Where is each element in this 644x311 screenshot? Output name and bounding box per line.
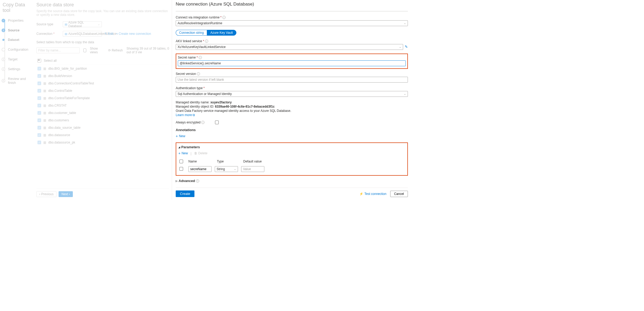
chevron-down-icon: ⌄ (404, 93, 406, 95)
param-default-input[interactable] (241, 166, 264, 172)
param-name-input[interactable] (188, 166, 212, 172)
status-text: Showing 39 out of 39 tables, 0 out of 3 … (126, 47, 169, 54)
row-checkbox[interactable]: ✓ (37, 89, 41, 93)
add-parameter-button[interactable]: + New (178, 151, 188, 155)
param-row-checkbox[interactable] (179, 167, 183, 171)
parameters-header[interactable]: ◢ Parameters (178, 145, 405, 149)
check-icon: ✓ (2, 19, 5, 22)
info-icon[interactable]: i (199, 56, 202, 59)
blade-title: New connection (Azure SQL Database) (176, 2, 408, 7)
filter-input[interactable] (36, 47, 80, 53)
info-icon[interactable]: i (205, 40, 208, 43)
row-checkbox[interactable]: ✓ (37, 111, 41, 115)
table-row[interactable]: ✓▦dbo.data_source_table (36, 124, 169, 131)
row-checkbox[interactable]: ✓ (37, 96, 41, 100)
info-icon[interactable]: i (222, 16, 226, 19)
delete-parameter-button[interactable]: 🗑 Delete (194, 151, 208, 155)
step-source[interactable]: 2 Source (2, 28, 32, 32)
table-row[interactable]: ✓▦dbo.ConnectionControlTableTest (36, 80, 169, 87)
row-checkbox[interactable]: ✓ (37, 133, 41, 137)
auth-toggle-group: Connection string Azure Key Vault (176, 30, 408, 36)
cancel-button[interactable]: Cancel (390, 191, 408, 197)
previous-button[interactable]: ‹ Previous (36, 191, 56, 197)
connection-label: Connection * (36, 32, 63, 36)
row-checkbox[interactable]: ✓ (37, 141, 41, 144)
step-number-icon: 2 (2, 28, 5, 32)
select-tables-label: Select tables from which to copy the dat… (36, 40, 169, 44)
info-icon[interactable]: i (196, 179, 199, 183)
auth-type-label: Authentication type * (176, 86, 408, 90)
table-row[interactable]: ✓▦dbo.ControlTable (36, 87, 169, 94)
test-connection-button[interactable]: ⚡ Test connection (359, 192, 386, 196)
table-icon: ▦ (43, 96, 46, 100)
step-number-icon: 4 (2, 67, 5, 71)
param-type-dropdown[interactable]: String ⌄ (215, 166, 238, 172)
table-icon: ▦ (43, 82, 46, 85)
row-checkbox[interactable]: ✓ (37, 67, 41, 70)
advanced-header[interactable]: ▷ Advanced i (176, 179, 408, 183)
table-row[interactable]: ✓▦dbo.CRSTAT (36, 102, 169, 109)
add-annotation-button[interactable]: + New (176, 134, 408, 138)
select-all-params-checkbox[interactable] (179, 160, 183, 163)
akv-linked-service-dropdown[interactable]: XuYeAzureKeyVaultLinkedService ⌄ (176, 44, 403, 50)
row-checkbox[interactable]: ✓ (37, 74, 41, 78)
step-number-icon: 3 (2, 58, 5, 61)
mi-name-text: Managed identity name: xuyev2factory (176, 101, 408, 104)
table-icon: ▦ (43, 118, 46, 122)
plug-icon: ⚡ (359, 192, 363, 196)
table-icon: ▦ (43, 104, 46, 107)
pencil-icon: ✎ (104, 32, 107, 36)
table-icon: ▦ (43, 89, 46, 93)
table-row[interactable]: ✓▦dbo.ControlTableForTemplate (36, 94, 169, 102)
table-row[interactable]: ✓▦dbo.customers (36, 117, 169, 124)
select-all-checkbox[interactable] (37, 59, 41, 63)
edit-akv-button[interactable]: ✎ (405, 45, 408, 49)
secret-name-label: Secret name * i (178, 56, 406, 59)
step-properties[interactable]: ✓ Properties (2, 18, 32, 22)
table-row[interactable]: ✓▦dbo.datasource_pk (36, 139, 169, 146)
expand-icon: ▷ (176, 180, 178, 182)
secret-version-input[interactable] (176, 77, 408, 83)
create-button[interactable]: Create (176, 190, 194, 197)
step-dataset[interactable]: Dataset (2, 38, 32, 42)
learn-more-link[interactable]: Learn more ⧉ (176, 113, 408, 117)
row-checkbox[interactable]: ✓ (37, 118, 41, 122)
secret-version-label: Secret version i (176, 72, 408, 76)
plus-icon: + (116, 32, 118, 36)
step-target[interactable]: 3 Target (2, 57, 32, 61)
step-configuration[interactable]: Configuration (2, 47, 32, 51)
collapse-icon: ◢ (178, 146, 180, 149)
row-checkbox[interactable]: ✓ (37, 104, 41, 107)
source-type-dropdown[interactable]: ▤ Azure SQL Database ⌄ (63, 21, 102, 27)
annotations-header: Annotations (176, 128, 408, 132)
info-icon[interactable]: i (201, 121, 204, 124)
table-list: Select all ✓▦dbo.BIG_table_for_partition… (36, 57, 169, 188)
create-connection-button[interactable]: + Create new connection (116, 32, 151, 36)
tab-connection-string[interactable]: Connection string (176, 30, 207, 36)
select-all-row[interactable]: Select all (36, 57, 169, 65)
next-button[interactable]: Next › (59, 191, 73, 197)
always-encrypted-checkbox[interactable] (215, 121, 219, 124)
source-title: Source data store (36, 2, 169, 8)
show-views-checkbox[interactable] (83, 49, 86, 52)
connection-dropdown[interactable]: ▤ AzureSQLDatabaseLinkedService ⌄ (63, 31, 102, 37)
tab-azure-key-vault[interactable]: Azure Key Vault (207, 30, 236, 36)
info-icon[interactable]: i (197, 72, 200, 75)
external-link-icon: ⧉ (193, 113, 195, 117)
table-icon: ▦ (43, 67, 46, 70)
secret-name-input[interactable] (178, 60, 406, 66)
refresh-button[interactable]: ⟳ Refresh (108, 49, 123, 52)
table-icon: ▦ (43, 141, 46, 144)
step-settings[interactable]: 4 Settings (2, 67, 32, 71)
table-row[interactable]: ✓▦dbo.BIG_table_for_partition (36, 65, 169, 72)
row-checkbox[interactable]: ✓ (37, 126, 41, 130)
table-row[interactable]: ✓▦dbo.BuildVersion (36, 72, 169, 80)
table-row[interactable]: ✓▦dbo.customer_table (36, 109, 169, 117)
table-row[interactable]: ✓▦dbo.datasource (36, 131, 169, 139)
auth-type-dropdown[interactable]: Sql Authentication or Managed Identity ⌄ (176, 91, 408, 97)
integration-runtime-dropdown[interactable]: AutoResolveIntegrationRuntime ⌄ (176, 20, 408, 26)
row-checkbox[interactable]: ✓ (37, 82, 41, 85)
edit-connection-button[interactable]: ✎ Edit (104, 32, 113, 36)
source-panel: Source data store Specify the source dat… (32, 0, 172, 200)
step-review[interactable]: 5 Review and finish (2, 77, 32, 85)
